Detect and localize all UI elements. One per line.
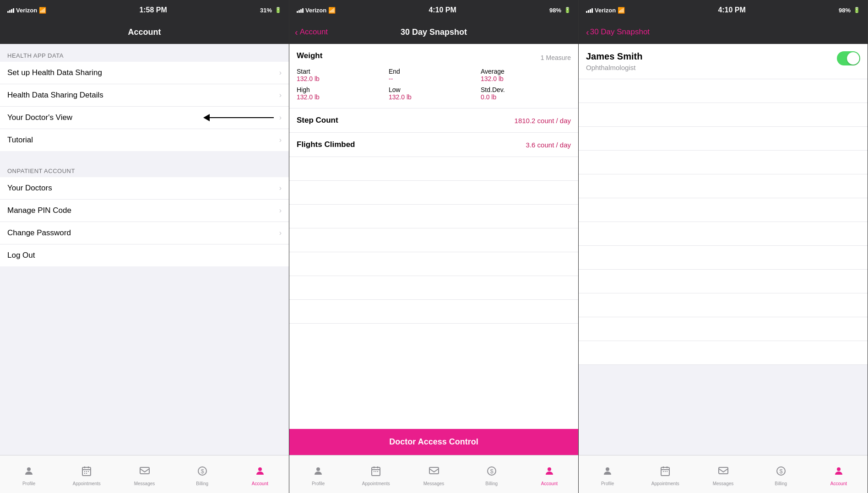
menu-item-doctor-view[interactable]: Your Doctor's View › xyxy=(0,107,289,129)
step-count-label: Step Count xyxy=(297,116,338,125)
doctor-access-button[interactable]: Doctor Access Control xyxy=(289,429,578,455)
screen1-content: HEALTH APP DATA Set up Health Data Shari… xyxy=(0,44,289,455)
tab-messages-3[interactable]: Messages xyxy=(694,455,752,493)
tab-bar-1: Profile Appointments Messages $ Billing … xyxy=(0,455,289,493)
messages-icon-3 xyxy=(718,466,729,479)
menu-item-health-details[interactable]: Health Data Sharing Details › xyxy=(0,84,289,107)
tab-label-billing-3: Billing xyxy=(775,481,787,486)
back-label-2: Account xyxy=(300,27,328,37)
section-header-onpatient: ONPATIENT ACCOUNT xyxy=(0,159,289,177)
menu-item-tutorial[interactable]: Tutorial › xyxy=(0,129,289,151)
doctor-specialty: Ophthalmologist xyxy=(586,64,642,71)
weight-stddev-label: Std.Dev. 0.0 lb xyxy=(481,86,571,101)
toggle-knob xyxy=(847,52,859,65)
weight-end-label: End -- xyxy=(389,68,479,82)
signal-icon-3 xyxy=(586,7,593,13)
tab-appointments-1[interactable]: Appointments xyxy=(58,455,115,493)
doctor-name: James Smith xyxy=(586,51,642,62)
messages-icon-2 xyxy=(429,466,439,479)
section-header-health: HEALTH APP DATA xyxy=(0,44,289,62)
screen1-title: Account xyxy=(128,27,161,37)
flights-climbed-label: Flights Climbed xyxy=(297,140,355,149)
toggle-switch[interactable] xyxy=(837,51,860,65)
tab-messages-2[interactable]: Messages xyxy=(405,455,462,493)
menu-group-onpatient: Your Doctors › Manage PIN Code › Change … xyxy=(0,177,289,266)
messages-icon-1 xyxy=(139,466,150,479)
carrier-1: Verizon 📶 xyxy=(7,7,46,14)
arrow-annotation xyxy=(203,114,274,121)
back-btn-3[interactable]: ‹ 30 Day Snapshot xyxy=(586,27,650,38)
svg-point-37 xyxy=(837,467,841,471)
weight-subtitle: 1 Measure xyxy=(541,54,571,61)
menu-item-change-password[interactable]: Change Password › xyxy=(0,222,289,244)
chevron-health-details: › xyxy=(279,91,282,99)
tab-account-1[interactable]: Account xyxy=(231,455,289,493)
back-chevron-3: ‹ xyxy=(586,27,589,38)
tab-profile-1[interactable]: Profile xyxy=(0,455,58,493)
tab-label-billing-2: Billing xyxy=(485,481,498,486)
flights-climbed-value: 3.6 count / day xyxy=(526,141,571,149)
signal-icon-2 xyxy=(297,7,304,13)
billing-icon-1: $ xyxy=(197,466,208,479)
arrow-head xyxy=(203,114,210,121)
svg-text:$: $ xyxy=(779,468,783,475)
carrier-name-3: Verizon xyxy=(595,7,616,14)
battery-icon-3: 🔋 xyxy=(853,7,860,13)
appointments-icon-3 xyxy=(660,466,671,479)
tab-label-profile-1: Profile xyxy=(22,481,35,486)
back-btn-2[interactable]: ‹ Account xyxy=(295,27,328,38)
tab-billing-2[interactable]: $ Billing xyxy=(463,455,521,493)
chevron-doctor-view: › xyxy=(279,114,282,122)
back-label-3: 30 Day Snapshot xyxy=(590,27,650,37)
weight-average-label: Average 132.0 lb xyxy=(481,68,571,82)
profile-icon-2 xyxy=(313,466,324,479)
chevron-manage-pin: › xyxy=(279,206,282,215)
battery-pct-3: 98% xyxy=(839,7,851,14)
tab-messages-1[interactable]: Messages xyxy=(115,455,173,493)
tab-label-appointments-2: Appointments xyxy=(362,481,390,486)
tab-billing-3[interactable]: $ Billing xyxy=(752,455,810,493)
weight-section: Weight 1 Measure Start 132.0 lb End -- A… xyxy=(289,44,578,108)
svg-point-26 xyxy=(606,467,609,471)
battery-pct-1: 31% xyxy=(260,7,272,14)
signal-icon-1 xyxy=(7,7,14,13)
empty-rows-2 xyxy=(289,157,578,324)
tab-label-messages-2: Messages xyxy=(423,481,445,486)
carrier-name-1: Verizon xyxy=(16,7,37,14)
wifi-icon-2: 📶 xyxy=(328,7,336,14)
weight-low-label: Low 132.0 lb xyxy=(389,86,479,101)
tab-profile-3[interactable]: Profile xyxy=(579,455,636,493)
tab-label-appointments-1: Appointments xyxy=(73,481,101,486)
wifi-icon-1: 📶 xyxy=(39,7,46,14)
billing-icon-2: $ xyxy=(486,466,497,479)
chevron-your-doctors: › xyxy=(279,184,282,192)
tab-account-3[interactable]: Account xyxy=(810,455,868,493)
doctor-header: James Smith Ophthalmologist xyxy=(579,44,868,79)
battery-info-1: 31% 🔋 xyxy=(260,7,282,14)
tab-appointments-2[interactable]: Appointments xyxy=(347,455,405,493)
status-bar-3: Verizon 📶 4:10 PM 98% 🔋 xyxy=(579,0,868,20)
svg-text:$: $ xyxy=(490,468,494,475)
svg-point-0 xyxy=(27,467,31,471)
billing-icon-3: $ xyxy=(776,466,787,479)
tab-billing-1[interactable]: $ Billing xyxy=(174,455,231,493)
screen-2-snapshot: Verizon 📶 4:10 PM 98% 🔋 ‹ Account 30 Day… xyxy=(289,0,579,493)
wifi-icon-3: 📶 xyxy=(618,7,625,14)
menu-item-setup-health[interactable]: Set up Health Data Sharing › xyxy=(0,62,289,84)
tab-profile-2[interactable]: Profile xyxy=(289,455,347,493)
tab-account-2[interactable]: Account xyxy=(521,455,578,493)
account-icon-3 xyxy=(833,466,844,479)
weight-title: Weight xyxy=(297,51,322,60)
tab-appointments-3[interactable]: Appointments xyxy=(636,455,694,493)
status-bar-2: Verizon 📶 4:10 PM 98% 🔋 xyxy=(289,0,578,20)
menu-group-health: Set up Health Data Sharing › Health Data… xyxy=(0,62,289,151)
tab-bar-2: Profile Appointments Messages $ Billing … xyxy=(289,455,578,493)
menu-item-your-doctors[interactable]: Your Doctors › xyxy=(0,177,289,200)
svg-point-13 xyxy=(258,467,262,471)
weight-start-label: Start 132.0 lb xyxy=(297,68,387,82)
menu-item-manage-pin[interactable]: Manage PIN Code › xyxy=(0,200,289,222)
screen-1-account: Verizon 📶 1:58 PM 31% 🔋 Account HEALTH A… xyxy=(0,0,289,493)
status-bar-1: Verizon 📶 1:58 PM 31% 🔋 xyxy=(0,0,289,20)
tab-bar-3: Profile Appointments Messages $ Billing … xyxy=(579,455,868,493)
menu-item-log-out[interactable]: Log Out xyxy=(0,244,289,266)
